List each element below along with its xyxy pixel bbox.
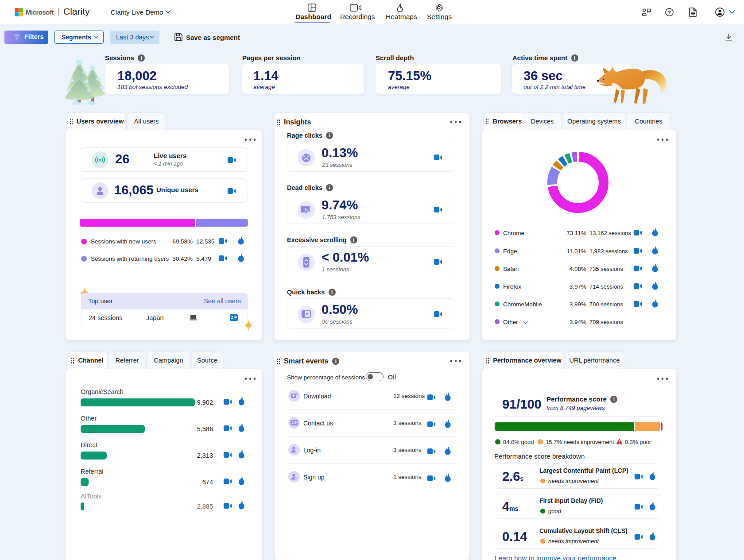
- svg-text:?: ?: [668, 10, 671, 15]
